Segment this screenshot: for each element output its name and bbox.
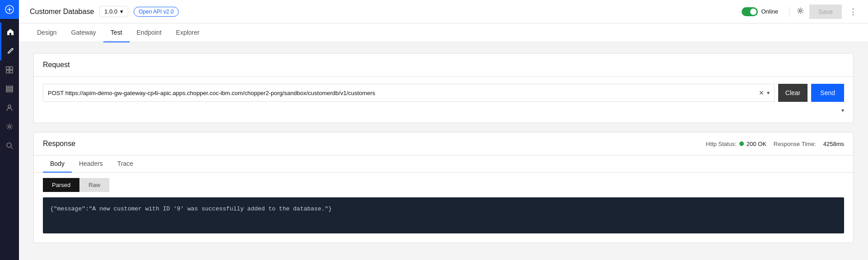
svg-point-9 (9, 126, 11, 128)
request-card: Request POST https://apim-demo-gw-gatewa… (33, 53, 854, 123)
response-title: Response (43, 140, 75, 148)
svg-rect-4 (10, 70, 13, 73)
response-tabs: Body Headers Trace (34, 155, 853, 173)
url-row: POST https://apim-demo-gw-gateway-cp4i-a… (43, 84, 844, 102)
page-title: Customer Database (30, 8, 94, 16)
toggle-switch[interactable] (742, 7, 758, 16)
nav-tabs: Design Gateway Test Endpoint Explorer (19, 23, 868, 42)
http-status: Http Status: 200 OK (706, 141, 766, 147)
request-header: Request (34, 54, 853, 77)
tab-endpoint[interactable]: Endpoint (130, 23, 169, 42)
sidebar-home-icon[interactable] (0, 23, 19, 41)
request-title: Request (43, 61, 70, 68)
clear-button[interactable]: Clear (778, 84, 808, 102)
response-card: Response Http Status: 200 OK Response Ti… (33, 132, 854, 243)
send-button[interactable]: Send (811, 84, 844, 102)
svg-rect-3 (6, 70, 9, 73)
version-select[interactable]: 1.0.0 ▾ (99, 6, 128, 17)
sidebar-users-icon[interactable] (0, 98, 19, 117)
url-input-wrapper: POST https://apim-demo-gw-gateway-cp4i-a… (43, 84, 775, 102)
content-area: Request POST https://apim-demo-gw-gatewa… (19, 42, 868, 260)
url-text: POST https://apim-demo-gw-gateway-cp4i-a… (48, 90, 759, 96)
status-dot-icon (739, 141, 744, 146)
url-actions: ✕ ▾ (759, 89, 770, 96)
svg-point-10 (7, 143, 11, 147)
url-clear-x-icon[interactable]: ✕ (759, 89, 764, 96)
response-body-text: {"message":"A new customer with ID '9' w… (50, 205, 332, 212)
tab-test[interactable]: Test (103, 23, 130, 42)
parsed-button[interactable]: Parsed (43, 178, 79, 192)
logo-icon[interactable] (0, 0, 19, 19)
open-api-badge: Open API v2.0 (134, 7, 178, 17)
expand-chevron-icon[interactable]: ▾ (841, 107, 844, 114)
expand-row: ▾ (43, 105, 844, 115)
sidebar-search-icon[interactable] (0, 136, 19, 155)
svg-rect-1 (6, 67, 9, 69)
topbar-divider (789, 6, 789, 17)
topbar: Customer Database 1.0.0 ▾ Open API v2.0 … (19, 0, 868, 23)
http-status-label: Http Status: (706, 141, 737, 147)
tab-gateway[interactable]: Gateway (64, 23, 103, 42)
raw-button[interactable]: Raw (79, 178, 109, 192)
resp-tab-trace[interactable]: Trace (110, 155, 140, 173)
svg-rect-7 (6, 91, 13, 92)
svg-rect-5 (6, 86, 13, 87)
resp-tab-body[interactable]: Body (43, 155, 72, 173)
svg-rect-2 (10, 67, 13, 69)
response-meta: Http Status: 200 OK Response Time: 4258m… (706, 141, 844, 147)
sidebar-settings-icon[interactable] (0, 117, 19, 136)
request-body: POST https://apim-demo-gw-gateway-cp4i-a… (34, 77, 853, 123)
settings-gear-button[interactable] (795, 5, 806, 18)
resp-tab-headers[interactable]: Headers (72, 155, 110, 173)
version-value: 1.0.0 (104, 8, 117, 15)
sidebar-grid-icon[interactable] (0, 60, 19, 79)
response-time-label: Response Time: (774, 141, 816, 147)
main-content: Customer Database 1.0.0 ▾ Open API v2.0 … (19, 0, 868, 260)
sidebar-edit-icon[interactable] (0, 41, 19, 60)
http-status-value: 200 OK (747, 141, 766, 147)
response-time-value: 4258ms (823, 141, 844, 147)
svg-point-8 (8, 105, 11, 108)
tab-explorer[interactable]: Explorer (169, 23, 207, 42)
svg-rect-6 (6, 88, 13, 90)
sidebar-list-icon[interactable] (0, 79, 19, 98)
svg-point-11 (799, 9, 802, 12)
online-toggle[interactable]: Online (742, 7, 779, 16)
version-chevron-icon: ▾ (120, 8, 123, 15)
sidebar (0, 0, 19, 260)
view-toggle: Parsed Raw (43, 178, 844, 192)
save-button[interactable]: Save (809, 5, 842, 19)
tab-design[interactable]: Design (30, 23, 64, 42)
online-label: Online (761, 8, 779, 15)
response-header: Response Http Status: 200 OK Response Ti… (34, 132, 853, 155)
url-chevron-icon[interactable]: ▾ (767, 90, 770, 96)
more-options-button[interactable]: ⋮ (845, 5, 861, 18)
response-body-area: {"message":"A new customer with ID '9' w… (43, 197, 844, 233)
